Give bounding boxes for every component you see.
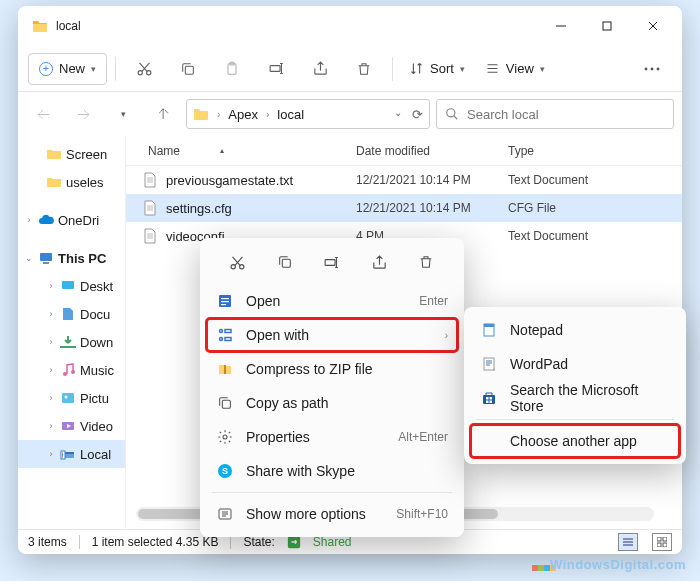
sub-notepad[interactable]: Notepad xyxy=(470,313,680,347)
chevron-right-icon: › xyxy=(46,365,56,375)
plus-icon: + xyxy=(39,62,53,76)
ctx-cut-button[interactable] xyxy=(222,248,254,276)
copy-button[interactable] xyxy=(168,53,208,85)
close-button[interactable] xyxy=(630,10,676,42)
sidebar-item-thispc[interactable]: ⌄This PC xyxy=(18,244,125,272)
svg-rect-11 xyxy=(40,253,52,261)
ctx-copy-button[interactable] xyxy=(269,248,301,276)
view-details-button[interactable] xyxy=(618,533,638,551)
folder-icon xyxy=(46,174,62,190)
ctx-open[interactable]: Open Enter xyxy=(206,284,458,318)
svg-point-46 xyxy=(223,435,227,439)
svg-rect-45 xyxy=(222,400,230,408)
breadcrumb-seg[interactable]: Apex xyxy=(228,107,258,122)
ctx-more-options[interactable]: Show more options Shift+F10 xyxy=(206,497,458,531)
nav-up-button[interactable]: ▾ xyxy=(106,99,140,129)
svg-rect-56 xyxy=(486,401,489,404)
watermark: WindowsDigital.com xyxy=(532,557,686,573)
sidebar-item-music[interactable]: ›Music xyxy=(18,356,125,384)
ctx-share-button[interactable] xyxy=(363,248,395,276)
cut-button[interactable] xyxy=(124,53,164,85)
file-row[interactable]: previousgamestate.txt 12/21/2021 10:14 P… xyxy=(126,166,682,194)
svg-point-2 xyxy=(146,71,150,75)
file-name: previousgamestate.txt xyxy=(166,173,293,188)
svg-rect-28 xyxy=(657,537,661,541)
address-bar[interactable]: › Apex › local ⌄ ⟳ xyxy=(186,99,430,129)
menu-accel: Enter xyxy=(419,294,448,308)
ctx-delete-button[interactable] xyxy=(410,248,442,276)
zip-icon xyxy=(216,360,234,378)
chevron-down-icon[interactable]: ⌄ xyxy=(394,107,402,122)
svg-rect-17 xyxy=(62,393,74,403)
svg-rect-3 xyxy=(185,66,193,74)
sort-dropdown[interactable]: Sort ▾ xyxy=(401,53,473,85)
svg-rect-13 xyxy=(62,281,74,289)
sidebar-item-documents[interactable]: ›Docu xyxy=(18,300,125,328)
sidebar-item-downloads[interactable]: ›Down xyxy=(18,328,125,356)
ctx-rename-button[interactable] xyxy=(316,248,348,276)
windows-logo-icon xyxy=(532,559,546,573)
svg-rect-14 xyxy=(60,346,76,348)
menu-accel: Shift+F10 xyxy=(396,507,448,521)
sub-wordpad[interactable]: WordPad xyxy=(470,347,680,381)
store-icon xyxy=(480,389,498,407)
drive-icon xyxy=(60,446,76,462)
share-button[interactable] xyxy=(300,53,340,85)
svg-point-9 xyxy=(657,67,660,70)
desktop-icon xyxy=(60,278,76,294)
nav-back-button[interactable]: 🡠 xyxy=(26,99,60,129)
search-box[interactable]: Search local xyxy=(436,99,674,129)
sidebar-item-useless[interactable]: useles xyxy=(18,168,125,196)
ctx-copy-path[interactable]: Copy as path xyxy=(206,386,458,420)
ctx-open-with[interactable]: Open with › xyxy=(206,318,458,352)
view-dropdown[interactable]: View ▾ xyxy=(477,53,553,85)
nav-up-arrow-button[interactable]: 🡡 xyxy=(146,99,180,129)
sidebar-label: Music xyxy=(80,363,114,378)
view-tiles-button[interactable] xyxy=(652,533,672,551)
menu-label: Share with Skype xyxy=(246,463,448,479)
sidebar-item-desktop[interactable]: ›Deskt xyxy=(18,272,125,300)
sidebar-item-videos[interactable]: ›Video xyxy=(18,412,125,440)
search-icon xyxy=(445,107,459,121)
new-button[interactable]: + New ▾ xyxy=(28,53,107,85)
delete-button[interactable] xyxy=(344,53,384,85)
sidebar-item-screenshots[interactable]: Screen xyxy=(18,140,125,168)
nav-sidebar: Screen useles ›OneDri ⌄This PC ›Deskt ›D… xyxy=(18,136,126,529)
chevron-right-icon: › xyxy=(46,337,56,347)
ctx-skype[interactable]: S Share with Skype xyxy=(206,454,458,488)
ctx-compress[interactable]: Compress to ZIP file xyxy=(206,352,458,386)
sidebar-item-local[interactable]: ›Local xyxy=(18,440,125,468)
svg-point-16 xyxy=(71,370,75,374)
svg-rect-44 xyxy=(224,365,226,374)
chevron-right-icon: › xyxy=(46,393,56,403)
column-name[interactable]: Name▴ xyxy=(126,144,356,158)
videos-icon xyxy=(60,418,76,434)
sub-choose-another[interactable]: Choose another app xyxy=(470,424,680,458)
sidebar-item-pictures[interactable]: ›Pictu xyxy=(18,384,125,412)
sidebar-item-onedrive[interactable]: ›OneDri xyxy=(18,206,125,234)
svg-point-1 xyxy=(138,71,142,75)
sort-icon xyxy=(409,61,424,76)
refresh-button[interactable]: ⟳ xyxy=(412,107,423,122)
chevron-right-icon: › xyxy=(46,309,56,319)
ctx-properties[interactable]: Properties Alt+Enter xyxy=(206,420,458,454)
minimize-button[interactable] xyxy=(538,10,584,42)
nav-forward-button[interactable]: 🡢 xyxy=(66,99,100,129)
column-date[interactable]: Date modified xyxy=(356,144,508,158)
rename-button[interactable] xyxy=(256,53,296,85)
breadcrumb-seg[interactable]: local xyxy=(277,107,304,122)
open-icon xyxy=(216,292,234,310)
separator xyxy=(115,57,116,81)
more-button[interactable] xyxy=(632,53,672,85)
svg-rect-23 xyxy=(62,453,63,454)
maximize-button[interactable] xyxy=(584,10,630,42)
chevron-right-icon: › xyxy=(46,281,56,291)
column-type[interactable]: Type xyxy=(508,144,682,158)
text-file-icon xyxy=(142,228,158,244)
svg-text:S: S xyxy=(222,466,228,476)
menu-label: Open xyxy=(246,293,407,309)
sub-store[interactable]: Search the Microsoft Store xyxy=(470,381,680,415)
file-row[interactable]: settings.cfg 12/21/2021 10:14 PM CFG Fil… xyxy=(126,194,682,222)
file-date: 12/21/2021 10:14 PM xyxy=(356,173,508,187)
paste-button[interactable] xyxy=(212,53,252,85)
